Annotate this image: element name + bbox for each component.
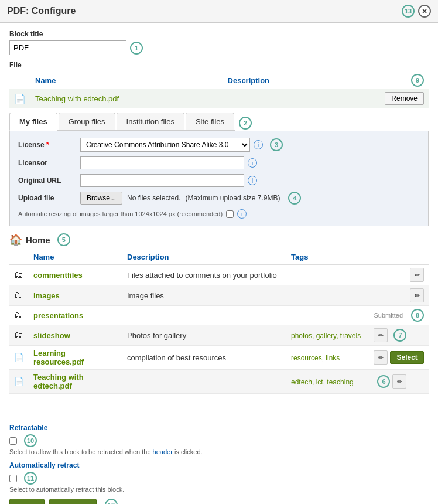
file-name-link[interactable]: Teaching with edtech.pdf	[33, 373, 84, 390]
file-section: File Name Description 9 📄 Teaching with …	[9, 61, 429, 108]
badge-7: 7	[393, 329, 406, 342]
file-name-link[interactable]: images	[33, 291, 60, 300]
license-label: License *	[18, 141, 77, 149]
dialog-body: Block title 1 File Name Description 9	[0, 23, 438, 408]
submitted-badge: Submitted	[374, 312, 403, 319]
file-icon: 📄	[9, 89, 30, 108]
edit-icon-button[interactable]: ✏	[410, 268, 424, 282]
tab-my-files[interactable]: My files	[9, 113, 57, 131]
file-description: Image files	[122, 285, 286, 306]
edit-icon-button[interactable]: ✏	[374, 350, 388, 365]
original-url-info-icon[interactable]: i	[248, 176, 257, 185]
file-description: compilation of best resources	[122, 346, 286, 370]
auto-retract-title: Automatically retract	[9, 461, 429, 469]
retractable-checkbox[interactable]	[9, 437, 17, 445]
home-label: Home	[26, 235, 50, 245]
file-link[interactable]: Teaching with edtech.pdf	[35, 94, 119, 103]
upload-panel: License * Creative Commons Attribution S…	[9, 131, 429, 226]
file-name-link[interactable]: Learning resources.pdf	[33, 349, 84, 366]
licensor-input[interactable]	[80, 156, 244, 169]
block-title-input[interactable]	[9, 40, 126, 55]
doc-icon: 📄	[9, 346, 29, 370]
list-col-tags: Tags	[286, 250, 369, 265]
badge-8: 8	[411, 309, 424, 322]
dialog-header: PDF: Configure 13 ×	[0, 0, 438, 23]
list-col-name: Name	[29, 250, 122, 265]
tab-site-files[interactable]: Site files	[186, 113, 234, 130]
tags-link[interactable]: photos, gallery, travels	[291, 332, 361, 340]
retractable-section: Retractable 10 Select to allow this bloc…	[9, 424, 429, 455]
badge-13: 13	[402, 5, 415, 18]
header-link[interactable]: header	[153, 448, 173, 455]
badge-11: 11	[24, 472, 37, 485]
remove-file-button[interactable]: Remove	[385, 92, 424, 105]
retractable-description: Select to allow this block to be retract…	[9, 448, 429, 455]
table-row: 🗂 commentfiles Files attached to comment…	[9, 265, 429, 285]
bottom-section: Retractable 10 Select to allow this bloc…	[0, 418, 438, 504]
col-desc-header: Description	[223, 71, 329, 89]
dialog-title: PDF: Configure	[7, 6, 76, 16]
doc-icon: 📄	[9, 370, 29, 394]
table-row: 🗂 slideshow Photos for gallery photos, g…	[9, 325, 429, 346]
retractable-title: Retractable	[9, 424, 429, 432]
select-button[interactable]: Select	[390, 351, 423, 364]
resize-checkbox[interactable]	[226, 210, 234, 218]
col-name-header: Name	[30, 71, 223, 89]
block-title-section: Block title 1	[9, 30, 429, 55]
action-row: Save Remove 12	[9, 499, 429, 504]
license-select[interactable]: Creative Commons Attribution Share Alike…	[80, 138, 250, 152]
folder-icon: 🗂	[9, 265, 29, 285]
max-size-text: (Maximum upload size 7.9MB)	[185, 194, 280, 202]
tab-institution-files[interactable]: Institution files	[117, 113, 184, 130]
file-name-link[interactable]: slideshow	[33, 331, 70, 340]
file-section-label: File	[9, 61, 429, 69]
licensor-info-icon[interactable]: i	[248, 158, 257, 168]
resize-info-icon[interactable]: i	[237, 209, 247, 219]
original-url-input[interactable]	[80, 174, 244, 187]
file-table: Name Description 9 📄 Teaching with edtec…	[9, 71, 429, 108]
table-row: 📄 Learning resources.pdf compilation of …	[9, 346, 429, 370]
close-button[interactable]: ×	[418, 5, 431, 18]
folder-icon: 🗂	[9, 285, 29, 306]
tags-link[interactable]: edtech, ict, teaching	[291, 378, 354, 386]
licensor-label: Licensor	[18, 159, 77, 167]
badge-6: 6	[377, 375, 390, 388]
original-url-label: Original URL	[18, 176, 77, 185]
file-description: Photos for gallery	[122, 325, 286, 346]
folder-icon: 🗂	[9, 306, 29, 325]
file-name-link[interactable]: commentfiles	[33, 271, 83, 280]
table-row: 📄 Teaching with edtech.pdf edtech, ict, …	[9, 370, 429, 394]
badge-12: 12	[105, 499, 118, 504]
tab-group-files[interactable]: Group files	[59, 113, 115, 130]
auto-retract-checkbox[interactable]	[9, 475, 17, 482]
browse-button[interactable]: Browse...	[80, 192, 122, 205]
badge-3: 3	[270, 138, 283, 151]
file-name-link[interactable]: presentations	[33, 311, 83, 320]
tabs: My files Group files Institution files S…	[9, 113, 235, 131]
auto-retract-section: Automatically retract 11 Select to autom…	[9, 461, 429, 493]
tabs-row: My files Group files Institution files S…	[9, 113, 429, 131]
auto-retract-description: Select to automatically retract this blo…	[9, 486, 429, 493]
badge-10: 10	[24, 434, 37, 447]
badge-4: 4	[288, 192, 301, 205]
file-list-section: 🏠 Home 5 Name Description Tags 🗂 comment…	[9, 233, 429, 394]
edit-icon-button[interactable]: ✏	[410, 288, 424, 302]
badge-2: 2	[239, 117, 252, 130]
license-info-icon[interactable]: i	[254, 140, 263, 149]
no-file-text: No files selected.	[127, 194, 180, 202]
edit-icon-button[interactable]: ✏	[374, 328, 388, 342]
badge-9: 9	[411, 74, 424, 87]
resize-text: Automatic resizing of images larger than…	[18, 210, 223, 217]
save-button[interactable]: Save	[9, 499, 45, 504]
file-list-table: Name Description Tags 🗂 commentfiles Fil…	[9, 250, 429, 394]
badge-1: 1	[130, 42, 143, 55]
folder-icon: 🗂	[9, 325, 29, 346]
table-row: 🗂 presentations Submitted 8	[9, 306, 429, 325]
table-row: 🗂 images Image files ✏	[9, 285, 429, 306]
upload-file-label: Upload file	[18, 194, 77, 202]
remove-button[interactable]: Remove	[49, 499, 97, 504]
home-icon: 🏠	[9, 233, 22, 246]
edit-icon-button[interactable]: ✏	[392, 374, 406, 389]
badge-5: 5	[57, 233, 70, 246]
tags-link[interactable]: resources, links	[291, 354, 340, 362]
